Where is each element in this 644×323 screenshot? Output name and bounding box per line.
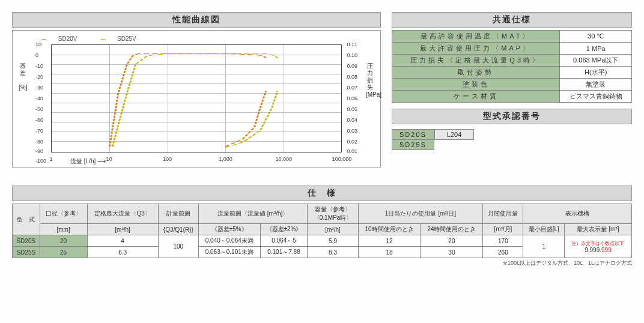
spec-row: SD20S 20 4 100 0.040～0.064未満 0.064～5 5.9… bbox=[13, 235, 632, 247]
chart-title: 性能曲線図 bbox=[12, 12, 381, 28]
spec-title: 仕 様 bbox=[12, 186, 632, 201]
approval-title: 型式承認番号 bbox=[392, 109, 632, 124]
chart-panel: --- SD20V --- SD25V 器差 [%] 圧力損失 [MPa] 10… bbox=[12, 30, 381, 168]
x-axis-label: 流量 [L/h] ⟶ bbox=[70, 157, 106, 166]
chart-area: 器差 [%] 圧力損失 [MPa] 10 0 -10 -20 -30 -40 -… bbox=[34, 44, 359, 165]
spec-footnote: ※100L以上はデジタル方式、10L、1Lはアナログ方式 bbox=[12, 259, 632, 267]
y-left-axis-label: 器差 [%] bbox=[19, 62, 27, 91]
common-spec-table: 最高許容使用温度〈MAT〉30 ℃ 最大許容使用圧力〈MAP〉1 MPa 圧力損… bbox=[392, 30, 632, 103]
legend-sd20v: SD20V bbox=[58, 35, 77, 42]
y-right-axis-label: 圧力損失 [MPa] bbox=[366, 62, 374, 98]
approval-table: SD20S SD25S L204 bbox=[392, 129, 474, 150]
common-spec-title: 共通仕様 bbox=[392, 12, 632, 28]
right-section: 共通仕様 最高許容使用温度〈MAT〉30 ℃ 最大許容使用圧力〈MAP〉1 MP… bbox=[392, 12, 632, 150]
spec-table: 型 式 口径〈参考〉 定格最大流量〈Q3〉 計量範囲 流量範囲〈流量値 [m³/… bbox=[12, 204, 632, 258]
plot-area bbox=[51, 44, 342, 152]
chart-section: 性能曲線図 --- SD20V --- SD25V 器差 [%] 圧力損失 [M… bbox=[12, 12, 381, 168]
legend-sd25v: SD25V bbox=[117, 35, 136, 42]
spec-section: 仕 様 型 式 口径〈参考〉 定格最大流量〈Q3〉 計量範囲 流量範囲〈流量値 … bbox=[12, 186, 632, 267]
page: 性能曲線図 --- SD20V --- SD25V 器差 [%] 圧力損失 [M… bbox=[12, 12, 632, 267]
chart-legend: --- SD20V --- SD25V bbox=[41, 35, 375, 42]
approval-number: L204 bbox=[434, 129, 474, 140]
